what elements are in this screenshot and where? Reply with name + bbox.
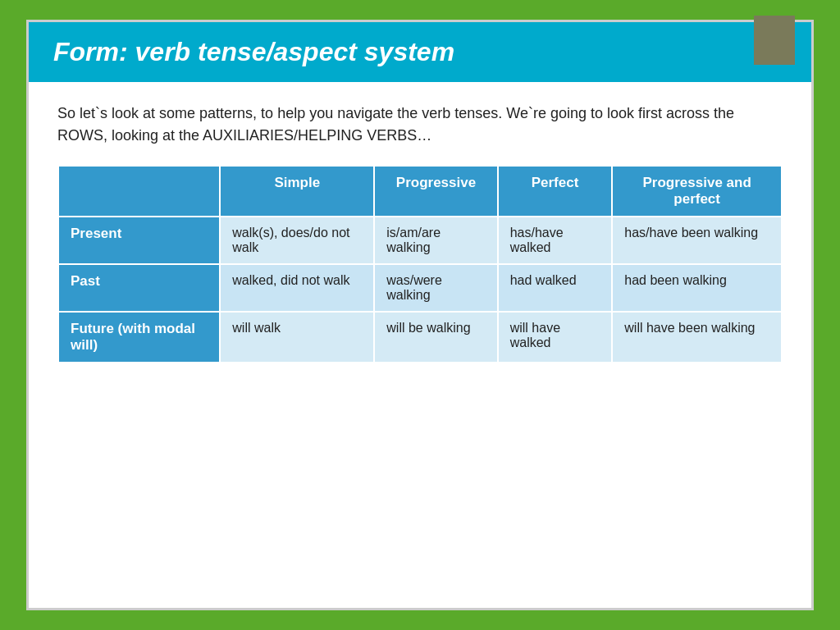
cell-past-simple: walked, did not walk [220,264,374,312]
cell-past-progressive: was/were walking [374,264,497,312]
cell-past-prog-perfect: had been walking [612,264,782,312]
cell-future-prog-perfect: will have been walking [612,312,782,363]
cell-present-progressive: is/am/are walking [374,217,497,264]
row-label-future: Future (with modal will) [58,312,220,363]
cell-future-simple: will walk [220,312,374,363]
table-header-row: Simple Progressive Perfect Progressive a… [58,166,782,217]
slide: Form: verb tense/aspect system So let`s … [26,20,814,610]
slide-header: Form: verb tense/aspect system [29,22,811,82]
slide-content: So let`s look at some patterns, to help … [29,82,811,380]
table-row-future: Future (with modal will) will walk will … [58,312,782,363]
cell-present-simple: walk(s), does/do not walk [220,217,374,264]
row-label-present: Present [58,217,220,264]
intro-paragraph: So let`s look at some patterns, to help … [57,103,783,147]
cell-future-perfect: will have walked [498,312,613,363]
table-row-past: Past walked, did not walk was/were walki… [58,264,782,312]
col-header-progressive: Progressive [374,166,497,217]
corner-decoration-tr [754,16,795,65]
slide-title: Form: verb tense/aspect system [53,37,787,67]
col-header-prog-perfect: Progressive and perfect [612,166,782,217]
cell-present-perfect: has/have walked [498,217,613,264]
cell-past-perfect: had walked [498,264,613,312]
col-header-perfect: Perfect [498,166,613,217]
cell-future-progressive: will be walking [374,312,497,363]
table-row-present: Present walk(s), does/do not walk is/am/… [58,217,782,264]
row-label-past: Past [58,264,220,312]
cell-present-prog-perfect: has/have been walking [612,217,782,264]
col-header-simple: Simple [220,166,374,217]
verb-tense-table: Simple Progressive Perfect Progressive a… [57,165,783,363]
col-header-empty [58,166,220,217]
